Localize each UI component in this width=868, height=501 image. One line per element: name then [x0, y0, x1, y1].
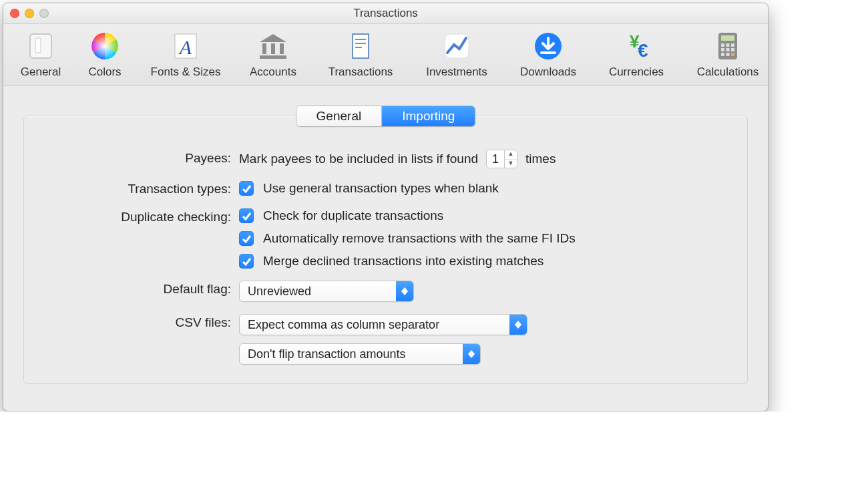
- svg-point-2: [91, 33, 118, 59]
- svg-rect-21: [726, 43, 730, 47]
- tab-label: Transactions: [329, 65, 393, 79]
- importing-panel: General Importing Payees: Mark payees to…: [23, 116, 748, 384]
- tab-colors[interactable]: Colors: [74, 28, 136, 80]
- tab-investments[interactable]: Investments: [411, 28, 503, 80]
- svg-marker-5: [260, 34, 286, 42]
- currency-icon: ¥€: [620, 29, 653, 63]
- check-duplicates-text: Check for duplicate transactions: [263, 208, 443, 223]
- switch-icon: [24, 29, 57, 63]
- svg-rect-25: [731, 48, 734, 51]
- duplicate-checking-label: Duplicate checking:: [51, 208, 231, 224]
- csv-flip-select[interactable]: Don't flip transaction amounts: [239, 343, 481, 365]
- tab-accounts[interactable]: Accounts: [236, 28, 310, 80]
- payees-prefix-text: Mark payees to be included in lists if f…: [239, 152, 478, 166]
- svg-rect-23: [721, 48, 724, 51]
- select-arrows-icon: [396, 281, 413, 301]
- payees-count-value: 1: [487, 152, 504, 166]
- tab-label: Accounts: [250, 65, 296, 79]
- font-icon: A: [169, 29, 202, 63]
- tab-label: Colors: [88, 65, 121, 79]
- preferences-window: Transactions General Colo: [3, 3, 769, 411]
- titlebar: Transactions: [3, 3, 768, 24]
- tab-transactions[interactable]: Transactions: [313, 28, 408, 80]
- minimize-window-button[interactable]: [25, 9, 34, 18]
- svg-rect-6: [262, 43, 266, 54]
- select-arrows-icon: [463, 344, 480, 364]
- chart-icon: [440, 29, 473, 63]
- tab-label: Fonts & Sizes: [151, 65, 221, 79]
- tab-calculations[interactable]: Calculations: [682, 28, 769, 80]
- merge-declined-checkbox[interactable]: [239, 254, 254, 269]
- zoom-window-button[interactable]: [39, 9, 49, 18]
- default-flag-label: Default flag:: [51, 281, 231, 297]
- preferences-toolbar: General Colors A Fonts & Siz: [3, 24, 768, 86]
- payees-suffix-text: times: [525, 152, 556, 166]
- svg-text:A: A: [178, 36, 192, 58]
- svg-marker-34: [468, 354, 475, 358]
- svg-rect-7: [271, 43, 275, 54]
- svg-text:€: €: [638, 40, 648, 61]
- svg-rect-24: [726, 48, 730, 51]
- tab-label: Downloads: [520, 65, 576, 79]
- tab-downloads[interactable]: Downloads: [505, 28, 591, 80]
- tab-general[interactable]: General: [10, 28, 71, 80]
- use-general-types-checkbox[interactable]: [239, 181, 254, 196]
- csv-flip-value: Don't flip transaction amounts: [240, 347, 414, 361]
- tab-label: Calculations: [697, 65, 759, 79]
- svg-rect-20: [721, 43, 724, 47]
- window-controls: [10, 9, 49, 18]
- download-icon: [531, 29, 565, 63]
- svg-rect-28: [731, 53, 734, 56]
- svg-rect-1: [35, 38, 41, 53]
- svg-marker-30: [401, 291, 408, 295]
- merge-declined-text: Merge declined transactions into existin…: [263, 254, 544, 269]
- subtab-importing[interactable]: Importing: [382, 106, 475, 126]
- svg-rect-8: [280, 43, 284, 54]
- tab-fonts-sizes[interactable]: A Fonts & Sizes: [138, 28, 233, 80]
- tab-label: General: [21, 65, 61, 79]
- svg-rect-19: [721, 35, 734, 41]
- tab-currencies[interactable]: ¥€ Currencies: [594, 28, 679, 80]
- csv-separator-value: Expect comma as column separator: [240, 318, 447, 332]
- stepper-arrows-icon[interactable]: ▲▼: [504, 150, 517, 168]
- tab-label: Currencies: [609, 65, 664, 79]
- default-flag-select[interactable]: Unreviewed: [239, 281, 414, 302]
- use-general-types-text: Use general transaction types when blank: [263, 181, 499, 196]
- csv-files-label: CSV files:: [51, 314, 231, 330]
- svg-rect-10: [353, 34, 369, 58]
- svg-marker-32: [515, 325, 521, 329]
- close-window-button[interactable]: [10, 9, 19, 18]
- window-title: Transactions: [353, 7, 418, 19]
- color-wheel-icon: [88, 29, 122, 63]
- subtab-general[interactable]: General: [296, 106, 383, 126]
- bank-icon: [256, 29, 290, 63]
- auto-remove-fi-checkbox[interactable]: [239, 231, 254, 246]
- receipt-icon: [344, 29, 377, 63]
- select-arrows-icon: [509, 315, 527, 335]
- svg-rect-27: [726, 53, 730, 56]
- payees-count-stepper[interactable]: 1 ▲▼: [486, 150, 517, 168]
- svg-rect-26: [721, 53, 724, 56]
- payees-label: Payees:: [51, 150, 231, 166]
- default-flag-value: Unreviewed: [240, 285, 319, 299]
- svg-rect-22: [731, 43, 734, 47]
- calculator-icon: [711, 29, 744, 63]
- auto-remove-fi-text: Automatically remove transactions with t…: [263, 231, 576, 246]
- tab-label: Investments: [426, 65, 487, 79]
- csv-separator-select[interactable]: Expect comma as column separator: [239, 314, 527, 335]
- transaction-types-label: Transaction types:: [51, 180, 231, 196]
- svg-rect-9: [260, 55, 286, 59]
- subtab-segmented-control: General Importing: [296, 106, 476, 127]
- check-duplicates-checkbox[interactable]: [239, 208, 254, 223]
